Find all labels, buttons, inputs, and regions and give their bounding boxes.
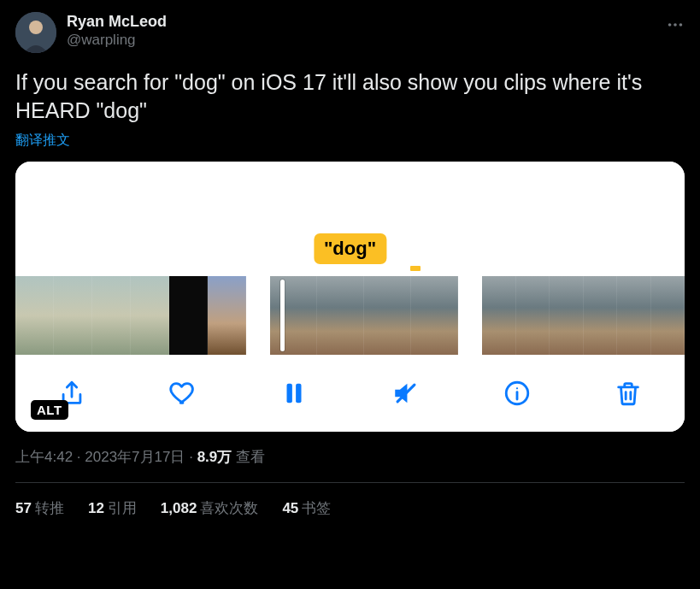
bookmarks-stat[interactable]: 45书签 [282,498,331,518]
tweet-header: Ryan McLeod @warpling [15,12,685,53]
timeline-frame [584,276,618,355]
avatar[interactable] [15,12,56,53]
retweets-stat[interactable]: 57转推 [15,498,64,518]
media-card[interactable]: "dog" [15,162,685,432]
timeline-frame [208,276,246,355]
handle[interactable]: @warpling [67,31,167,50]
clip-group-1[interactable] [15,276,246,355]
video-timeline[interactable] [15,276,685,355]
info-icon[interactable] [498,374,536,412]
search-match-tick [410,266,421,271]
timeline-frame [617,276,651,355]
translate-link[interactable]: 翻译推文 [15,132,70,150]
likes-stat[interactable]: 1,082喜欢次数 [161,498,259,518]
svg-point-3 [674,23,677,27]
quotes-stat[interactable]: 12引用 [88,498,137,518]
svg-point-2 [668,23,672,27]
timeline-frame [516,276,550,355]
tweet-time[interactable]: 上午4:42 [15,449,73,465]
pause-icon[interactable] [275,374,313,412]
svg-rect-6 [297,384,302,403]
tweet-meta: 上午4:42 · 2023年7月17日 · 8.9万 查看 [15,447,685,467]
clip-group-3[interactable] [482,276,685,355]
trash-icon[interactable] [609,374,647,412]
views-count: 8.9万 [197,449,232,465]
display-name[interactable]: Ryan McLeod [67,12,167,31]
timeline-frame [169,276,208,355]
mute-icon[interactable] [387,374,425,412]
tweet-container: Ryan McLeod @warpling If you search for … [0,0,700,518]
tweet-text: If you search for "dog" on iOS 17 it'll … [15,68,685,125]
timeline-frame [411,276,458,355]
clip-group-2[interactable] [270,276,458,355]
timeline-frame [364,276,411,355]
svg-rect-5 [287,384,292,403]
search-term-badge: "dog" [314,233,386,264]
heart-icon[interactable] [164,374,202,412]
views-label: 查看 [232,449,265,465]
timeline-frame [270,276,317,355]
timeline-frame [651,276,685,355]
timeline-frame [54,276,92,355]
timeline-frame [317,276,364,355]
svg-point-9 [516,387,518,389]
alt-badge[interactable]: ALT [31,400,68,420]
timeline-frame [92,276,131,355]
media-toolbar [15,355,685,432]
media-search-area: "dog" [15,162,685,276]
more-icon[interactable] [666,15,685,38]
playhead[interactable] [280,280,285,351]
timeline-frame [131,276,169,355]
svg-point-1 [29,21,43,34]
svg-point-4 [679,23,683,27]
tweet-stats: 57转推 12引用 1,082喜欢次数 45书签 [15,483,685,518]
tweet-date[interactable]: 2023年7月17日 [85,449,185,465]
author-block: Ryan McLeod @warpling [67,12,167,50]
timeline-frame [15,276,54,355]
timeline-frame [482,276,516,355]
timeline-frame [550,276,584,355]
